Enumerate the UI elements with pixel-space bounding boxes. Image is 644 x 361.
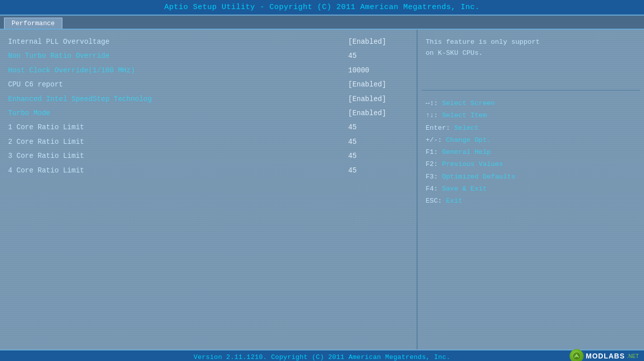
key-desc: Previous Values: [442, 160, 503, 168]
key-label: ESC:: [426, 197, 446, 205]
left-panel: Internal PLL Overvoltage[Enabled]Non Tur…: [0, 30, 418, 349]
modlabs-net-text: .NET: [627, 353, 639, 359]
key-label: Enter:: [426, 124, 454, 132]
menu-item-label: CPU C6 report: [8, 79, 63, 90]
title-bar: Aptio Setup Utility - Copyright (C) 2011…: [0, 0, 644, 16]
menu-item-value: [Enabled]: [348, 79, 409, 90]
tab-performance[interactable]: Performance: [4, 18, 62, 29]
menu-item-label: 1 Core Ratio Limit: [8, 122, 84, 133]
key-label: ↑↓:: [426, 112, 442, 119]
key-help-item: ↑↓: Select Item: [426, 110, 636, 122]
key-help-item: F4: Save & Exit: [426, 183, 636, 195]
key-desc: Change Opt.: [446, 136, 491, 144]
menu-item-label: Enhanced Intel SpeedStep Technolog: [8, 94, 152, 105]
modlabs-text: MODLABS: [586, 352, 625, 360]
menu-item-value: [Enabled]: [348, 94, 409, 105]
footer-text: Version 2.11.1210. Copyright (C) 2011 Am…: [0, 353, 644, 361]
key-desc: Select: [454, 124, 479, 132]
key-desc: Select Screen: [442, 100, 495, 107]
menu-item[interactable]: Non Turbo Ratio Override45: [8, 49, 409, 63]
menu-item[interactable]: 2 Core Ratio Limit45: [8, 135, 409, 149]
modlabs-logo: MODLABS.NET: [570, 349, 639, 361]
menu-item-value: 45: [348, 50, 409, 61]
menu-item[interactable]: CPU C6 report[Enabled]: [8, 77, 409, 92]
key-help-item: F2: Previous Values: [426, 158, 636, 170]
menu-item[interactable]: 1 Core Ratio Limit45: [8, 120, 409, 134]
menu-item[interactable]: Host Clock Override(1/100 MHz)10000: [8, 63, 409, 77]
footer: Version 2.11.1210. Copyright (C) 2011 Am…: [0, 349, 644, 361]
menu-item-value: [Enabled]: [348, 108, 409, 119]
key-label: F1:: [426, 148, 442, 156]
menu-item[interactable]: 3 Core Ratio Limit45: [8, 149, 409, 163]
key-label: F3:: [426, 173, 442, 180]
key-desc: Select Item: [442, 112, 487, 119]
help-text-area: This feature is only support on K-SKU CP…: [418, 30, 644, 90]
menu-item-label: 2 Core Ratio Limit: [8, 136, 84, 147]
menu-item-label: Internal PLL Overvoltage: [8, 36, 110, 47]
main-content: Internal PLL Overvoltage[Enabled]Non Tur…: [0, 30, 644, 349]
tab-row: Performance: [0, 16, 644, 30]
key-desc: Save & Exit: [442, 185, 487, 193]
key-help-item: F1: General Help: [426, 146, 636, 158]
menu-item-label: 3 Core Ratio Limit: [8, 150, 84, 161]
modlabs-circle-icon: [570, 349, 584, 361]
right-panel: This feature is only support on K-SKU CP…: [418, 30, 644, 349]
key-desc: Exit: [446, 197, 462, 205]
key-help-area: ↔↕: Select Screen↑↓: Select ItemEnter: S…: [418, 91, 644, 215]
key-desc: General Help: [442, 148, 491, 156]
key-help-item: ↔↕: Select Screen: [426, 98, 636, 110]
menu-item[interactable]: Turbo Mode[Enabled]: [8, 106, 409, 120]
key-help-item: Enter: Select: [426, 122, 636, 134]
key-label: F4:: [426, 185, 442, 193]
key-label: F2:: [426, 160, 442, 168]
menu-item-label: Turbo Mode: [8, 108, 50, 119]
menu-item[interactable]: Enhanced Intel SpeedStep Technolog[Enabl…: [8, 92, 409, 106]
menu-item-value: 45: [348, 136, 409, 147]
menu-item-label: Host Clock Override(1/100 MHz): [8, 65, 135, 76]
menu-item-value: 45: [348, 150, 409, 161]
menu-list: Internal PLL Overvoltage[Enabled]Non Tur…: [8, 35, 409, 177]
menu-item-label: Non Turbo Ratio Override: [8, 50, 110, 61]
menu-item[interactable]: 4 Core Ratio Limit45: [8, 163, 409, 177]
menu-item-value: 10000: [348, 65, 409, 76]
help-line1: This feature is only support: [426, 37, 636, 48]
menu-item-value: [Enabled]: [348, 36, 409, 47]
help-line2: on K-SKU CPUs.: [426, 48, 636, 59]
title-text: Aptio Setup Utility - Copyright (C) 2011…: [164, 3, 479, 12]
menu-item-label: 4 Core Ratio Limit: [8, 165, 84, 176]
menu-item[interactable]: Internal PLL Overvoltage[Enabled]: [8, 35, 409, 49]
key-label: +/-:: [426, 136, 446, 144]
key-help-item: ESC: Exit: [426, 195, 636, 207]
menu-item-value: 45: [348, 122, 409, 133]
key-desc: Optimized Defaults: [442, 173, 515, 180]
key-help-item: +/-: Change Opt.: [426, 134, 636, 146]
menu-item-value: 45: [348, 165, 409, 176]
key-help-item: F3: Optimized Defaults: [426, 171, 636, 183]
svg-point-1: [576, 355, 578, 357]
key-label: ↔↕:: [426, 100, 442, 107]
